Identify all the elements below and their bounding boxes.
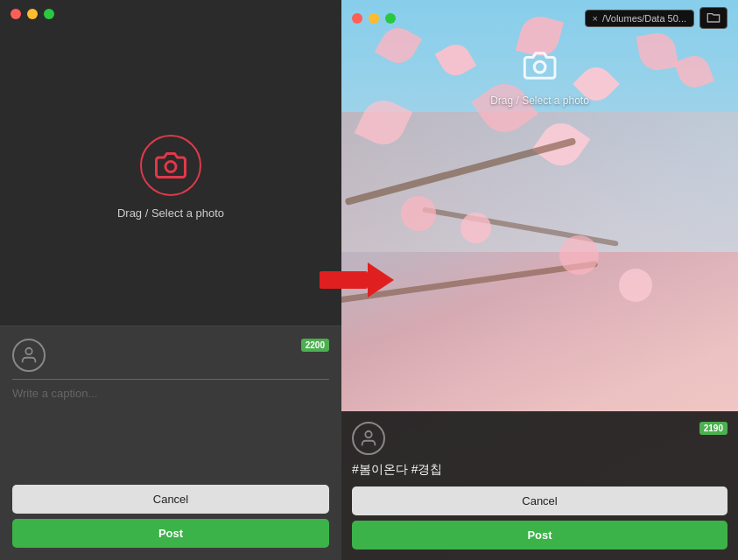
svg-point-3	[365, 431, 371, 438]
user-icon-left	[19, 346, 39, 365]
char-count-right: 2190	[699, 422, 727, 435]
caption-text-right: #봄이온다 #경칩	[352, 462, 727, 478]
caption-input-left[interactable]	[12, 387, 329, 474]
user-icon-right	[359, 429, 378, 448]
drag-label-left: Drag / Select a photo	[117, 206, 224, 220]
path-bar: × /Volumes/Data 50...	[585, 7, 727, 29]
svg-point-1	[25, 348, 32, 354]
tl-yellow-right[interactable]	[369, 13, 379, 24]
btn-row-left: Cancel Post	[12, 485, 329, 548]
right-panel: × /Volumes/Data 50... Drag / Select a ph…	[341, 0, 738, 560]
bottom-form-left: 2200 Cancel Post	[0, 326, 341, 560]
folder-button[interactable]	[699, 7, 727, 29]
user-row-right: 2190	[352, 422, 727, 455]
folder-icon	[706, 10, 720, 23]
photo-area-overlay-right[interactable]: Drag / Select a photo	[490, 44, 589, 107]
tl-green-right[interactable]	[385, 13, 396, 24]
bottom-form-right: 2190 #봄이온다 #경칩 Cancel Post	[341, 411, 738, 560]
camera-icon-circle[interactable]	[140, 135, 201, 196]
user-row-left: 2200	[12, 339, 329, 372]
avatar-right	[352, 422, 385, 455]
char-count-left: 2200	[301, 339, 329, 352]
path-text: /Volumes/Data 50...	[602, 13, 686, 24]
svg-point-2	[534, 61, 545, 73]
svg-point-0	[165, 161, 176, 172]
traffic-lights-right	[352, 13, 396, 24]
path-tag: × /Volumes/Data 50...	[585, 10, 694, 27]
path-close-btn[interactable]: ×	[593, 13, 598, 24]
camera-icon	[155, 150, 186, 181]
camera-icon-overlay-right	[517, 44, 561, 88]
left-panel: Drag / Select a photo 2200 Cancel Post	[0, 0, 341, 560]
traffic-light-red[interactable]	[11, 9, 21, 19]
post-button-right[interactable]: Post	[352, 521, 727, 550]
cancel-button-right[interactable]: Cancel	[352, 486, 727, 515]
cancel-button-left[interactable]: Cancel	[12, 485, 329, 514]
tl-red-right[interactable]	[352, 13, 362, 24]
arrow-container	[320, 262, 394, 298]
traffic-light-yellow[interactable]	[27, 9, 38, 19]
camera-icon-right	[523, 49, 556, 82]
drag-label-right: Drag / Select a photo	[490, 94, 589, 107]
traffic-light-green[interactable]	[44, 9, 54, 19]
btn-row-right: Cancel Post	[352, 486, 727, 550]
photo-upload-area[interactable]: Drag / Select a photo	[0, 28, 341, 326]
avatar-left	[12, 339, 46, 372]
title-bar-right: × /Volumes/Data 50...	[341, 7, 738, 29]
post-button-left[interactable]: Post	[12, 519, 329, 548]
caption-divider-left	[12, 379, 329, 380]
title-bar-left	[0, 0, 341, 28]
